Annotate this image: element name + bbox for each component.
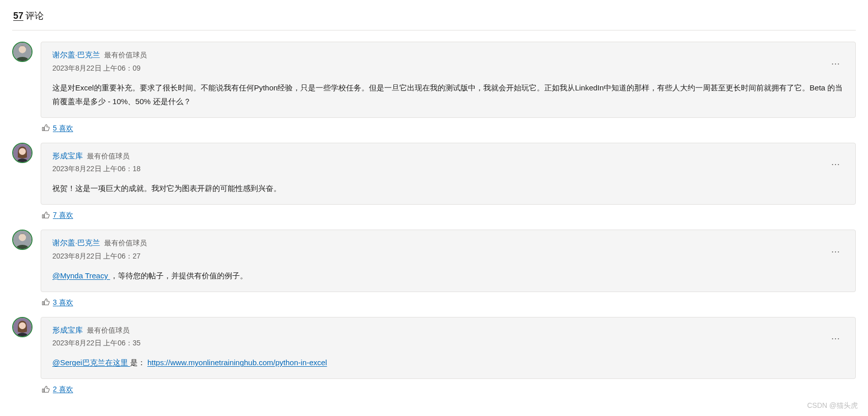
like-label: 喜欢	[59, 385, 73, 393]
comment-header: 形成宝库最有价值球员2023年8月22日 上午06：18…	[52, 150, 844, 175]
comment-body: @Sergei巴克兰在这里 是： https://www.myonlinetra…	[52, 356, 844, 369]
like-bar: 7 喜欢	[42, 210, 856, 220]
like-link[interactable]: 2 喜欢	[53, 384, 73, 395]
page: 57 评论 谢尔盖·巴克兰最有价值球员2023年8月22日 上午06：09…这是…	[0, 0, 868, 416]
like-count: 7	[53, 211, 57, 219]
comment-header: 谢尔盖·巴克兰最有价值球员2023年8月22日 上午06：27…	[52, 237, 844, 262]
comment-text: 祝贺！这是一项巨大的成就。我对它为图表开辟的可能性感到兴奋。	[52, 184, 281, 193]
comment-card: 形成宝库最有价值球员2023年8月22日 上午06：18…祝贺！这是一项巨大的成…	[41, 143, 856, 205]
comment-date: 2023年8月22日 上午06：27	[52, 251, 147, 262]
like-count: 5	[53, 124, 57, 132]
avatar[interactable]	[12, 143, 33, 163]
author-link[interactable]: 形成宝库	[52, 150, 83, 162]
comment-body: 祝贺！这是一项巨大的成就。我对它为图表开辟的可能性感到兴奋。	[52, 181, 844, 195]
mention-link[interactable]: @Sergei巴克兰在这里	[52, 358, 130, 367]
author-badge: 最有价值球员	[87, 151, 130, 162]
comment-date: 2023年8月22日 上午06：09	[52, 63, 147, 74]
more-options-button[interactable]: …	[828, 330, 844, 343]
external-link[interactable]: https://www.myonlinetraininghub.com/pyth…	[147, 358, 327, 367]
comment-text: 这是对Excel的重要补充。要求了很长时间。不能说我有任何Python经验，只是…	[52, 83, 843, 106]
comment-card: 谢尔盖·巴克兰最有价值球员2023年8月22日 上午06：09…这是对Excel…	[41, 42, 856, 118]
comment-text: 是：	[130, 358, 147, 367]
comments-thread: 谢尔盖·巴克兰最有价值球员2023年8月22日 上午06：09…这是对Excel…	[12, 42, 856, 395]
comment-card: 谢尔盖·巴克兰最有价值球员2023年8月22日 上午06：27…@Mynda T…	[41, 230, 856, 292]
like-label: 喜欢	[59, 298, 73, 306]
comment: 形成宝库最有价值球员2023年8月22日 上午06：18…祝贺！这是一项巨大的成…	[12, 143, 856, 221]
comment: 谢尔盖·巴克兰最有价值球员2023年8月22日 上午06：09…这是对Excel…	[12, 42, 856, 134]
thumbs-up-icon[interactable]	[42, 124, 50, 132]
author-badge: 最有价值球员	[104, 238, 147, 248]
author-link[interactable]: 谢尔盖·巴克兰	[52, 237, 100, 249]
comment-body: 这是对Excel的重要补充。要求了很长时间。不能说我有任何Python经验，只是…	[52, 81, 844, 108]
comment-header: 谢尔盖·巴克兰最有价值球员2023年8月22日 上午06：09…	[52, 49, 844, 74]
author-badge: 最有价值球员	[104, 50, 147, 60]
comment-body-column: 形成宝库最有价值球员2023年8月22日 上午06：18…祝贺！这是一项巨大的成…	[41, 143, 856, 221]
like-bar: 5 喜欢	[42, 123, 856, 134]
like-link[interactable]: 5 喜欢	[53, 123, 73, 134]
like-count: 2	[53, 385, 57, 393]
avatar[interactable]	[12, 317, 33, 337]
more-options-button[interactable]: …	[828, 155, 844, 169]
comment-author-line: 形成宝库最有价值球员	[52, 150, 141, 162]
comment-author-line: 形成宝库最有价值球员	[52, 325, 141, 336]
author-badge: 最有价值球员	[87, 325, 130, 336]
comment: 谢尔盖·巴克兰最有价值球员2023年8月22日 上午06：27…@Mynda T…	[12, 230, 856, 308]
thumbs-up-icon[interactable]	[42, 386, 50, 394]
comment-body-column: 谢尔盖·巴克兰最有价值球员2023年8月22日 上午06：27…@Mynda T…	[41, 230, 856, 308]
like-link[interactable]: 7 喜欢	[53, 210, 73, 220]
like-bar: 3 喜欢	[42, 297, 856, 308]
comment: 形成宝库最有价值球员2023年8月22日 上午06：35…@Sergei巴克兰在…	[12, 317, 856, 395]
like-count: 3	[53, 298, 57, 306]
thumbs-up-icon[interactable]	[42, 298, 50, 306]
like-bar: 2 喜欢	[42, 384, 856, 395]
comment-date: 2023年8月22日 上午06：35	[52, 338, 141, 348]
avatar[interactable]	[12, 230, 33, 250]
more-options-button[interactable]: …	[828, 55, 844, 68]
thumbs-up-icon[interactable]	[42, 211, 50, 219]
comment-text: ，等待您的帖子，并提供有价值的例子。	[110, 271, 247, 280]
comment-author-line: 谢尔盖·巴克兰最有价值球员	[52, 49, 147, 61]
like-label: 喜欢	[59, 124, 73, 132]
comment-date: 2023年8月22日 上午06：18	[52, 164, 141, 174]
like-label: 喜欢	[59, 211, 73, 219]
comments-label: 评论	[25, 11, 44, 21]
comment-body-column: 谢尔盖·巴克兰最有价值球员2023年8月22日 上午06：09…这是对Excel…	[41, 42, 856, 134]
watermark: CSDN @猫头虎	[807, 400, 858, 411]
comment-author-line: 谢尔盖·巴克兰最有价值球员	[52, 237, 147, 249]
comment-body: @Mynda Treacy ，等待您的帖子，并提供有价值的例子。	[52, 269, 844, 282]
comment-body-column: 形成宝库最有价值球员2023年8月22日 上午06：35…@Sergei巴克兰在…	[41, 317, 856, 395]
author-link[interactable]: 形成宝库	[52, 325, 83, 336]
comments-header: 57 评论	[12, 9, 856, 30]
comments-count: 57	[13, 11, 23, 21]
more-options-button[interactable]: …	[828, 243, 844, 256]
author-link[interactable]: 谢尔盖·巴克兰	[52, 49, 100, 61]
mention-link[interactable]: @Mynda Treacy	[52, 271, 110, 280]
avatar[interactable]	[12, 42, 33, 62]
comment-card: 形成宝库最有价值球员2023年8月22日 上午06：35…@Sergei巴克兰在…	[41, 317, 856, 379]
comment-header: 形成宝库最有价值球员2023年8月22日 上午06：35…	[52, 325, 844, 349]
like-link[interactable]: 3 喜欢	[53, 297, 73, 308]
